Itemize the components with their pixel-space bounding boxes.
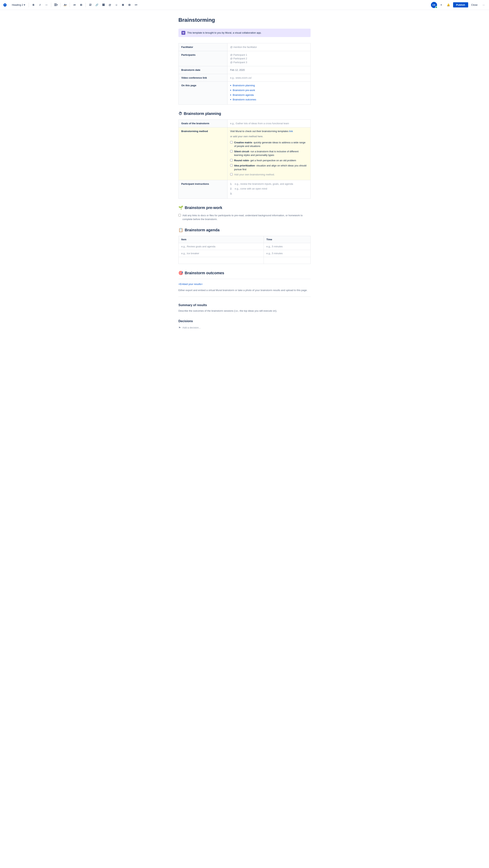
mention-button[interactable]: @	[107, 2, 113, 8]
table-row: Video conference link e.g., www.zoom.us/	[179, 74, 311, 82]
table-row: Participant instructions 1. e.g., review…	[179, 180, 311, 199]
brainstorm-outcomes-link[interactable]: Brainstorm outcomes	[233, 98, 256, 101]
brainstorm-planning-link[interactable]: Brainstorm planning	[233, 84, 255, 87]
toolbar: Heading 2 ▾ B I ··· ☰ ▾ A ▾ ≔ ⊟ ☑ 🔗 🖼	[0, 0, 489, 10]
agenda-emoji: 📋	[178, 227, 183, 233]
outcomes-title: Brainstorm outcomes	[185, 270, 224, 276]
outcomes-section: <Embed your results> Either export and e…	[178, 279, 311, 297]
table-button[interactable]: ⊞	[120, 2, 125, 8]
user-avatar[interactable]: CK	[431, 2, 437, 8]
add-decision-text[interactable]: Add a decision...	[182, 326, 201, 330]
checkbox-idea-prioritization-input[interactable]	[230, 164, 233, 166]
instructions-label: Participant instructions	[179, 180, 228, 199]
decisions-section: Decisions ⚑ Add a decision...	[178, 319, 311, 330]
on-this-page-value: • Brainstorm planning • Brainstorm pre-w…	[227, 82, 310, 104]
table-row: Participants @ Participant 1 @ Participa…	[179, 51, 311, 66]
agenda-time-1[interactable]: e.g., 5 minutes	[264, 243, 310, 250]
banner-text: This template is brought to you by Mural…	[187, 31, 261, 35]
notification-button[interactable]: 🔔	[445, 2, 452, 8]
planning-title: Brainstorm planning	[184, 111, 221, 117]
heading-dropdown[interactable]: Heading 2 ▾	[10, 3, 27, 7]
summary-description: Describe the outcomes of the brainstorm …	[178, 309, 311, 313]
list-item: 3.	[230, 192, 308, 196]
decisions-title: Decisions	[178, 319, 311, 323]
collab-add-button[interactable]: +	[438, 2, 444, 8]
method-value: Visit Mural to check out their brainstor…	[227, 127, 310, 180]
item-col-header: Item	[179, 236, 264, 243]
table-header-row: Item Time	[179, 236, 311, 243]
page-content: Brainstorming M This template is brought…	[174, 10, 315, 351]
list-item: 2. e.g., come with an open mind	[230, 187, 308, 191]
task-button[interactable]: ☑	[88, 2, 93, 8]
brainstorm-prework-section-header: 🌱 Brainstorm pre-work	[178, 205, 311, 211]
mural-icon: M	[181, 31, 185, 35]
color-button[interactable]: A ▾	[62, 2, 68, 8]
checkbox-creative-matrix: Creative matrix- quickly generate ideas …	[230, 141, 308, 148]
prework-text: Add any links to docs or files for parti…	[182, 214, 311, 221]
toolbar-divider-3	[60, 3, 61, 7]
method-intro: Visit Mural to check out their brainstor…	[230, 129, 308, 133]
date-value[interactable]: Feb 12, 2020	[227, 66, 310, 74]
agenda-time-3[interactable]	[264, 257, 310, 264]
table-row: Facilitator @ mention the facilitator	[179, 43, 311, 51]
chevron-down-icon: ▾	[65, 4, 66, 6]
goals-value[interactable]: e.g., Gather lots of ideas from a cross …	[227, 120, 310, 127]
add-decision-row: ⚑ Add a decision...	[178, 326, 311, 330]
chevron-down-icon: ▾	[24, 3, 25, 6]
list-item: • Brainstorm outcomes	[230, 98, 308, 102]
more-options-button[interactable]: ···	[481, 2, 487, 8]
prework-emoji: 🌱	[178, 205, 183, 211]
toolbar-right: CK + 🔔 Publish Close ···	[431, 2, 487, 8]
image-button[interactable]: 🖼	[100, 2, 106, 8]
agenda-time-2[interactable]: e.g., 5 minutes	[264, 250, 310, 257]
table-row: Brainstorm date Feb 12, 2020	[179, 66, 311, 74]
bullet-list-button[interactable]: ≔	[72, 2, 77, 8]
brainstorm-agenda-link[interactable]: Brainstorm agenda	[233, 93, 254, 97]
toolbar-divider-2	[51, 3, 51, 7]
embed-link[interactable]: <Embed your results>	[178, 283, 203, 285]
table-row	[179, 257, 311, 264]
video-link-value[interactable]: e.g., www.zoom.us/	[227, 74, 310, 82]
participants-value[interactable]: @ Participant 1 @ Participant 2 @ Partic…	[227, 51, 310, 66]
avatar-badge	[435, 6, 437, 8]
checkbox-idea-prioritization: Idea prioritization- visualize and align…	[230, 164, 308, 171]
method-label: Brainstorming method	[179, 127, 228, 180]
numbered-list-button[interactable]: ⊟	[78, 2, 84, 8]
prework-checkbox-item: Add any links to docs or files for parti…	[178, 214, 311, 221]
table-row: e.g., Review goals and agenda e.g., 5 mi…	[179, 243, 311, 250]
time-col-header: Time	[264, 236, 310, 243]
mural-link[interactable]: link	[289, 130, 293, 133]
planning-table: Goals of the brainstorm e.g., Gather lot…	[178, 120, 311, 199]
agenda-item-1[interactable]: e.g., Review goals and agenda	[179, 243, 264, 250]
close-button[interactable]: Close	[470, 2, 479, 7]
info-banner: M This template is brought to you by Mur…	[178, 29, 311, 37]
italic-button[interactable]: I	[37, 2, 42, 8]
checkbox-add-own-input[interactable]	[230, 173, 233, 176]
list-item: 1. e.g., review the brainstorm inputs, g…	[230, 182, 308, 186]
page-links-list: • Brainstorm planning • Brainstorm pre-w…	[230, 84, 308, 102]
emoji-button[interactable]: ☺	[114, 2, 119, 8]
page-title: Brainstorming	[178, 16, 311, 24]
checkbox-creative-matrix-input[interactable]	[230, 141, 233, 144]
table-row: Goals of the brainstorm e.g., Gather lot…	[179, 120, 311, 127]
checkbox-round-robin-input[interactable]	[230, 159, 233, 161]
more-text-button[interactable]: ···	[44, 2, 49, 8]
insert-more-button[interactable]: + ▾	[133, 2, 139, 8]
agenda-item-3[interactable]	[179, 257, 264, 264]
agenda-title: Brainstorm agenda	[185, 227, 220, 233]
goals-label: Goals of the brainstorm	[179, 120, 228, 127]
publish-button[interactable]: Publish	[453, 2, 468, 7]
on-this-page-label: On this page	[179, 82, 228, 104]
bold-button[interactable]: B	[31, 2, 36, 8]
link-button[interactable]: 🔗	[94, 2, 99, 8]
prework-checkbox-input[interactable]	[178, 214, 181, 216]
checkbox-silent-circuit-input[interactable]	[230, 150, 233, 153]
layout-button[interactable]: ⊟	[127, 2, 132, 8]
agenda-item-2[interactable]: e.g., Ice breaker	[179, 250, 264, 257]
outcomes-description: Either export and embed a virtual Mural …	[178, 288, 311, 292]
instructions-list: 1. e.g., review the brainstorm inputs, g…	[230, 182, 308, 196]
align-button[interactable]: ☰ ▾	[53, 2, 58, 8]
brainstorm-prework-link[interactable]: Brainstorm pre-work	[233, 88, 255, 92]
facilitator-value[interactable]: @ mention the facilitator	[227, 43, 310, 51]
brainstorm-outcomes-section-header: 🎯 Brainstorm outcomes	[178, 270, 311, 276]
